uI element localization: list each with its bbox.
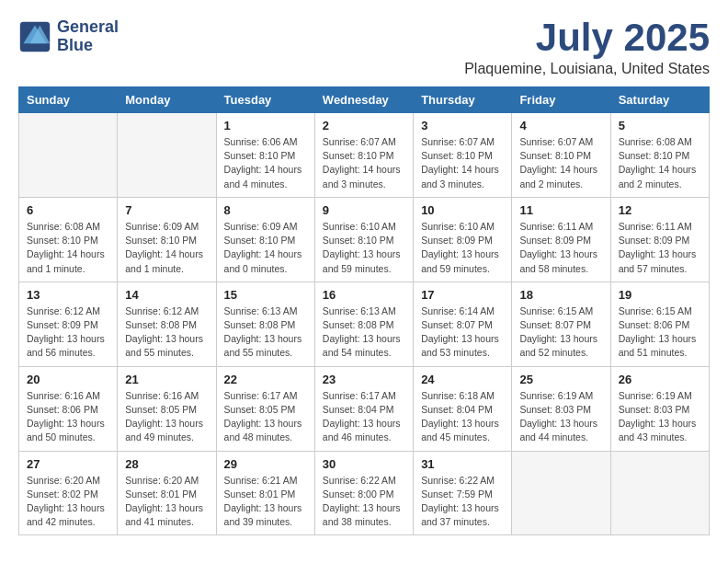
- day-info: Sunrise: 6:20 AM Sunset: 8:02 PM Dayligh…: [27, 474, 109, 530]
- calendar-table: SundayMondayTuesdayWednesdayThursdayFrid…: [18, 86, 710, 535]
- day-number: 26: [619, 373, 701, 386]
- day-info: Sunrise: 6:13 AM Sunset: 8:08 PM Dayligh…: [323, 304, 405, 361]
- day-number: 23: [323, 373, 405, 386]
- week-row-4: 20Sunrise: 6:16 AM Sunset: 8:06 PM Dayli…: [19, 366, 710, 451]
- calendar-cell: 27Sunrise: 6:20 AM Sunset: 8:02 PM Dayli…: [19, 451, 118, 535]
- calendar-cell: 4Sunrise: 6:07 AM Sunset: 8:10 PM Daylig…: [512, 113, 610, 198]
- day-number: 11: [519, 203, 602, 217]
- day-number: 1: [224, 119, 307, 132]
- week-row-2: 6Sunrise: 6:08 AM Sunset: 8:10 PM Daylig…: [19, 197, 710, 282]
- day-number: 30: [323, 457, 405, 471]
- calendar-cell: [512, 451, 610, 535]
- day-info: Sunrise: 6:13 AM Sunset: 8:08 PM Dayligh…: [224, 304, 307, 361]
- day-info: Sunrise: 6:17 AM Sunset: 8:05 PM Dayligh…: [224, 389, 307, 445]
- day-info: Sunrise: 6:12 AM Sunset: 8:09 PM Dayligh…: [27, 304, 109, 361]
- day-info: Sunrise: 6:10 AM Sunset: 8:10 PM Dayligh…: [323, 220, 405, 276]
- day-info: Sunrise: 6:16 AM Sunset: 8:06 PM Dayligh…: [27, 389, 109, 445]
- day-info: Sunrise: 6:07 AM Sunset: 8:10 PM Dayligh…: [519, 135, 602, 191]
- weekday-header-thursday: Thursday: [414, 87, 512, 113]
- calendar-cell: 21Sunrise: 6:16 AM Sunset: 8:05 PM Dayli…: [118, 366, 216, 451]
- day-number: 2: [323, 119, 405, 132]
- weekday-header-friday: Friday: [512, 87, 610, 113]
- weekday-header-sunday: Sunday: [19, 87, 118, 113]
- day-number: 5: [619, 119, 701, 132]
- day-info: Sunrise: 6:12 AM Sunset: 8:08 PM Dayligh…: [125, 304, 208, 361]
- day-info: Sunrise: 6:07 AM Sunset: 8:10 PM Dayligh…: [323, 135, 405, 191]
- day-number: 19: [619, 288, 701, 302]
- day-info: Sunrise: 6:19 AM Sunset: 8:03 PM Dayligh…: [519, 389, 602, 445]
- calendar-cell: 12Sunrise: 6:11 AM Sunset: 8:09 PM Dayli…: [610, 197, 709, 282]
- day-info: Sunrise: 6:07 AM Sunset: 8:10 PM Dayligh…: [421, 135, 504, 191]
- day-info: Sunrise: 6:22 AM Sunset: 8:00 PM Dayligh…: [323, 474, 405, 530]
- calendar-cell: 20Sunrise: 6:16 AM Sunset: 8:06 PM Dayli…: [19, 366, 118, 451]
- day-number: 7: [125, 203, 208, 217]
- calendar-body: 1Sunrise: 6:06 AM Sunset: 8:10 PM Daylig…: [19, 113, 710, 535]
- calendar-cell: 3Sunrise: 6:07 AM Sunset: 8:10 PM Daylig…: [414, 113, 512, 198]
- day-number: 3: [421, 119, 504, 132]
- calendar-cell: 9Sunrise: 6:10 AM Sunset: 8:10 PM Daylig…: [314, 197, 413, 282]
- day-number: 31: [421, 457, 504, 471]
- calendar-cell: 5Sunrise: 6:08 AM Sunset: 8:10 PM Daylig…: [610, 113, 709, 198]
- calendar-cell: 25Sunrise: 6:19 AM Sunset: 8:03 PM Dayli…: [512, 366, 610, 451]
- day-info: Sunrise: 6:11 AM Sunset: 8:09 PM Dayligh…: [519, 220, 602, 276]
- weekday-header-monday: Monday: [118, 87, 216, 113]
- calendar-cell: [19, 113, 118, 198]
- logo: General Blue: [18, 18, 119, 55]
- week-row-5: 27Sunrise: 6:20 AM Sunset: 8:02 PM Dayli…: [19, 451, 710, 535]
- day-info: Sunrise: 6:10 AM Sunset: 8:09 PM Dayligh…: [421, 220, 504, 276]
- day-info: Sunrise: 6:16 AM Sunset: 8:05 PM Dayligh…: [125, 389, 208, 445]
- day-info: Sunrise: 6:09 AM Sunset: 8:10 PM Dayligh…: [224, 220, 307, 276]
- calendar-cell: 2Sunrise: 6:07 AM Sunset: 8:10 PM Daylig…: [314, 113, 413, 198]
- calendar-cell: 13Sunrise: 6:12 AM Sunset: 8:09 PM Dayli…: [19, 282, 118, 366]
- calendar-cell: 22Sunrise: 6:17 AM Sunset: 8:05 PM Dayli…: [216, 366, 314, 451]
- calendar-cell: 14Sunrise: 6:12 AM Sunset: 8:08 PM Dayli…: [118, 282, 216, 366]
- calendar-cell: [610, 451, 709, 535]
- calendar-cell: 10Sunrise: 6:10 AM Sunset: 8:09 PM Dayli…: [414, 197, 512, 282]
- weekday-header-tuesday: Tuesday: [216, 87, 314, 113]
- calendar-header-row: SundayMondayTuesdayWednesdayThursdayFrid…: [19, 87, 710, 113]
- day-number: 14: [125, 288, 208, 302]
- calendar-cell: 24Sunrise: 6:18 AM Sunset: 8:04 PM Dayli…: [414, 366, 512, 451]
- day-number: 10: [421, 203, 504, 217]
- calendar-cell: [118, 113, 216, 198]
- day-number: 21: [125, 373, 208, 386]
- day-number: 28: [125, 457, 208, 471]
- calendar-cell: 6Sunrise: 6:08 AM Sunset: 8:10 PM Daylig…: [19, 197, 118, 282]
- day-number: 24: [421, 373, 504, 386]
- day-info: Sunrise: 6:18 AM Sunset: 8:04 PM Dayligh…: [421, 389, 504, 445]
- weekday-header-wednesday: Wednesday: [314, 87, 413, 113]
- day-number: 15: [224, 288, 307, 302]
- day-info: Sunrise: 6:20 AM Sunset: 8:01 PM Dayligh…: [125, 474, 208, 530]
- week-row-1: 1Sunrise: 6:06 AM Sunset: 8:10 PM Daylig…: [19, 113, 710, 198]
- day-number: 17: [421, 288, 504, 302]
- calendar-cell: 7Sunrise: 6:09 AM Sunset: 8:10 PM Daylig…: [118, 197, 216, 282]
- day-info: Sunrise: 6:08 AM Sunset: 8:10 PM Dayligh…: [27, 220, 109, 276]
- day-number: 8: [224, 203, 307, 217]
- day-number: 16: [323, 288, 405, 302]
- calendar-cell: 1Sunrise: 6:06 AM Sunset: 8:10 PM Daylig…: [216, 113, 314, 198]
- page-header: General Blue July 2025 Plaquemine, Louis…: [18, 18, 710, 77]
- day-info: Sunrise: 6:11 AM Sunset: 8:09 PM Dayligh…: [619, 220, 701, 276]
- calendar-cell: 17Sunrise: 6:14 AM Sunset: 8:07 PM Dayli…: [414, 282, 512, 366]
- day-info: Sunrise: 6:22 AM Sunset: 7:59 PM Dayligh…: [421, 474, 504, 530]
- calendar-cell: 16Sunrise: 6:13 AM Sunset: 8:08 PM Dayli…: [314, 282, 413, 366]
- calendar-cell: 31Sunrise: 6:22 AM Sunset: 7:59 PM Dayli…: [414, 451, 512, 535]
- day-number: 4: [519, 119, 602, 132]
- day-info: Sunrise: 6:17 AM Sunset: 8:04 PM Dayligh…: [323, 389, 405, 445]
- day-number: 13: [27, 288, 109, 302]
- day-number: 22: [224, 373, 307, 386]
- day-number: 29: [224, 457, 307, 471]
- calendar-cell: 11Sunrise: 6:11 AM Sunset: 8:09 PM Dayli…: [512, 197, 610, 282]
- logo-icon: [18, 20, 51, 53]
- calendar-cell: 26Sunrise: 6:19 AM Sunset: 8:03 PM Dayli…: [610, 366, 709, 451]
- logo-text: General Blue: [57, 18, 119, 55]
- day-info: Sunrise: 6:21 AM Sunset: 8:01 PM Dayligh…: [224, 474, 307, 530]
- calendar-cell: 15Sunrise: 6:13 AM Sunset: 8:08 PM Dayli…: [216, 282, 314, 366]
- day-info: Sunrise: 6:14 AM Sunset: 8:07 PM Dayligh…: [421, 304, 504, 361]
- calendar-cell: 8Sunrise: 6:09 AM Sunset: 8:10 PM Daylig…: [216, 197, 314, 282]
- day-info: Sunrise: 6:15 AM Sunset: 8:06 PM Dayligh…: [619, 304, 701, 361]
- calendar-cell: 23Sunrise: 6:17 AM Sunset: 8:04 PM Dayli…: [314, 366, 413, 451]
- calendar-cell: 28Sunrise: 6:20 AM Sunset: 8:01 PM Dayli…: [118, 451, 216, 535]
- day-info: Sunrise: 6:15 AM Sunset: 8:07 PM Dayligh…: [519, 304, 602, 361]
- calendar-cell: 19Sunrise: 6:15 AM Sunset: 8:06 PM Dayli…: [610, 282, 709, 366]
